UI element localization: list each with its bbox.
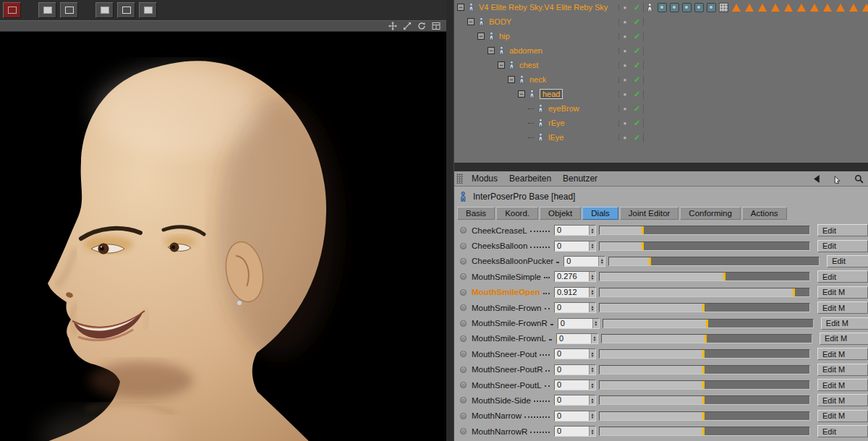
enabled-check-icon[interactable]: ✓ [631, 46, 644, 56]
enabled-check-icon[interactable]: ✓ [631, 32, 644, 41]
value-spinner[interactable]: ▲▼ [589, 365, 595, 374]
dial-value-field[interactable]: 0 ▲▼ [554, 411, 596, 421]
rotate-icon[interactable] [417, 22, 426, 30]
dial-value-field[interactable]: 0 ▲▼ [554, 241, 596, 252]
keyframe-dot[interactable] [460, 258, 467, 265]
dial-slider[interactable] [599, 427, 810, 436]
grid-icon[interactable] [117, 2, 135, 18]
warning-tag-icon[interactable] [862, 4, 868, 12]
dial-value-field[interactable]: 0 ▲▼ [554, 395, 596, 406]
keyframe-dot[interactable] [460, 382, 467, 388]
value-spinner[interactable]: ▲▼ [589, 272, 595, 281]
edit-morph-button[interactable]: Edit M [817, 286, 868, 299]
enabled-check-icon[interactable]: ✓ [631, 133, 644, 142]
value-spinner[interactable]: ▲▼ [589, 395, 595, 405]
enabled-check-icon[interactable]: ✓ [631, 104, 644, 114]
open-folder-icon[interactable] [60, 2, 78, 18]
value-spinner[interactable]: ▲▼ [589, 241, 595, 251]
panel-grip-icon[interactable] [456, 174, 463, 184]
keyframe-dot[interactable] [460, 320, 467, 327]
keyframe-dot[interactable] [460, 335, 467, 342]
value-spinner[interactable]: ▲▼ [592, 319, 599, 328]
dial-slider[interactable] [599, 349, 810, 359]
edit-morph-button[interactable]: Edit [827, 255, 868, 267]
dial-slider[interactable] [599, 272, 810, 281]
keyframe-dot[interactable] [460, 367, 467, 373]
dial-slider[interactable] [603, 319, 814, 328]
edit-morph-button[interactable]: Edit M [817, 379, 868, 391]
pan-icon[interactable] [388, 22, 397, 30]
visibility-dot[interactable]: ● [618, 106, 631, 112]
edit-morph-button[interactable]: Edit [817, 425, 868, 437]
visibility-dot[interactable]: ● [618, 62, 631, 69]
dial-slider[interactable] [599, 380, 810, 390]
dial-value-field[interactable]: 0 ▲▼ [554, 426, 596, 437]
enabled-check-icon[interactable]: ✓ [631, 90, 644, 99]
dial-slider[interactable] [608, 257, 820, 266]
dial-value-field[interactable]: 0.276 ▲▼ [554, 271, 596, 282]
edit-morph-button[interactable]: Edit M [817, 348, 868, 360]
collapse-icon[interactable]: − [477, 33, 485, 40]
dial-value-field[interactable]: 0 ▲▼ [563, 256, 605, 267]
keyframe-dot[interactable] [460, 413, 467, 419]
search-icon[interactable] [854, 174, 864, 184]
dial-slider[interactable] [601, 334, 812, 343]
keyframe-dot[interactable] [460, 428, 467, 434]
warning-tag-icon[interactable] [797, 4, 806, 12]
new-document-icon[interactable] [38, 2, 56, 18]
tab-basis[interactable]: Basis [457, 207, 495, 220]
enabled-check-icon[interactable]: ✓ [631, 17, 644, 27]
collapse-icon[interactable]: − [508, 76, 515, 83]
value-spinner[interactable]: ▲▼ [589, 303, 595, 312]
enabled-check-icon[interactable]: ✓ [631, 3, 644, 12]
enabled-check-icon[interactable]: ✓ [631, 61, 644, 70]
visibility-dot[interactable]: ● [618, 120, 631, 127]
dial-slider[interactable] [599, 241, 810, 251]
tree-item-root[interactable]: − V4 Elite Reby Sky.V4 Elite Reby Sky ● … [454, 0, 868, 14]
dial-slider[interactable] [599, 303, 810, 312]
keyframe-dot[interactable] [460, 273, 467, 280]
toggle-view-icon[interactable] [432, 22, 441, 30]
menu-modus[interactable]: Modus [472, 174, 498, 184]
tree-item-eyebrow[interactable]: eyeBrow ● ✓ [454, 101, 868, 116]
tree-item-neck[interactable]: − neck ● ✓ [454, 72, 868, 87]
visibility-dot[interactable]: ● [618, 19, 631, 25]
tree-item-hip[interactable]: − hip ● ✓ [454, 29, 868, 43]
dial-value-field[interactable]: 0 ▲▼ [554, 348, 596, 359]
dial-value-field[interactable]: 0 ▲▼ [556, 333, 598, 344]
value-spinner[interactable]: ▲▼ [589, 226, 595, 235]
collapse-icon[interactable]: − [457, 4, 464, 11]
ik-tag-icon[interactable] [694, 3, 704, 12]
visibility-dot[interactable]: ● [618, 134, 631, 141]
tree-item-leye[interactable]: lEye ● ✓ [454, 130, 868, 145]
grid-tag-icon[interactable] [719, 3, 728, 12]
edit-morph-button[interactable]: Edit M [820, 333, 868, 345]
dial-slider[interactable] [599, 411, 810, 421]
edit-morph-button[interactable]: Edit [817, 240, 868, 252]
zoom-icon[interactable] [403, 22, 412, 30]
tree-item-head[interactable]: − head ● ✓ [454, 87, 868, 101]
dial-value-field[interactable]: 0 ▲▼ [554, 364, 596, 375]
edit-morph-button[interactable]: Edit [817, 270, 868, 283]
visibility-dot[interactable]: ● [618, 48, 631, 54]
warning-tag-icon[interactable] [849, 4, 858, 12]
tab-conforming[interactable]: Conforming [680, 207, 740, 220]
dial-slider[interactable] [599, 395, 810, 405]
warning-tag-icon[interactable] [758, 4, 767, 12]
tree-item-body[interactable]: − BODY ● ✓ [454, 14, 868, 29]
edit-morph-button[interactable]: Edit M [817, 364, 868, 376]
walk-figure-icon[interactable] [646, 3, 655, 12]
warning-tag-icon[interactable] [836, 4, 845, 12]
enabled-check-icon[interactable]: ✓ [631, 75, 644, 85]
tree-item-abdomen[interactable]: − abdomen ● ✓ [454, 43, 868, 58]
tab-actions[interactable]: Actions [742, 207, 787, 220]
warning-tag-icon[interactable] [784, 4, 793, 12]
dial-value-field[interactable]: 0 ▲▼ [554, 225, 596, 236]
value-spinner[interactable]: ▲▼ [589, 427, 595, 436]
value-spinner[interactable]: ▲▼ [589, 288, 595, 297]
visibility-dot[interactable]: ● [618, 33, 631, 40]
app-tile-icon[interactable] [3, 2, 21, 18]
keyframe-dot[interactable] [460, 397, 467, 403]
menu-benutzer[interactable]: Benutzer [563, 174, 597, 184]
tab-dials[interactable]: Dials [582, 207, 618, 220]
